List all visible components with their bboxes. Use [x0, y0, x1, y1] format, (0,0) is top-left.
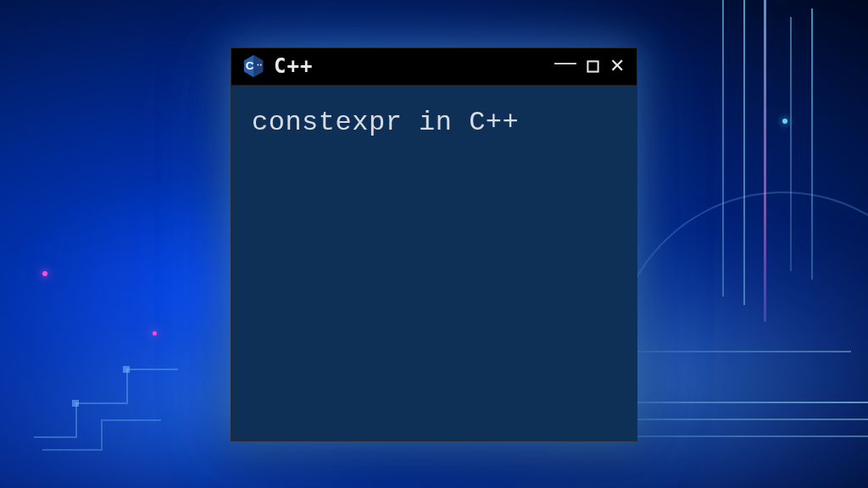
svg-rect-7: [587, 61, 598, 71]
title-bar[interactable]: C + + C++ — ✕: [231, 48, 637, 86]
svg-text:+: +: [257, 63, 259, 67]
terminal-body[interactable]: constexpr in C++: [231, 86, 637, 441]
window-title: C++: [274, 54, 313, 78]
cpp-logo-icon: C + +: [242, 54, 265, 78]
svg-text:C: C: [246, 59, 254, 72]
minimize-button[interactable]: —: [554, 49, 576, 75]
maximize-button[interactable]: [587, 60, 599, 73]
window-controls: — ✕: [554, 53, 625, 80]
close-button[interactable]: ✕: [609, 55, 625, 77]
terminal-content: constexpr in C++: [252, 104, 616, 141]
svg-rect-0: [123, 366, 130, 373]
terminal-window: C + + C++ — ✕ constexpr in C++: [231, 47, 637, 441]
svg-text:+: +: [260, 63, 263, 67]
svg-rect-1: [72, 400, 79, 407]
